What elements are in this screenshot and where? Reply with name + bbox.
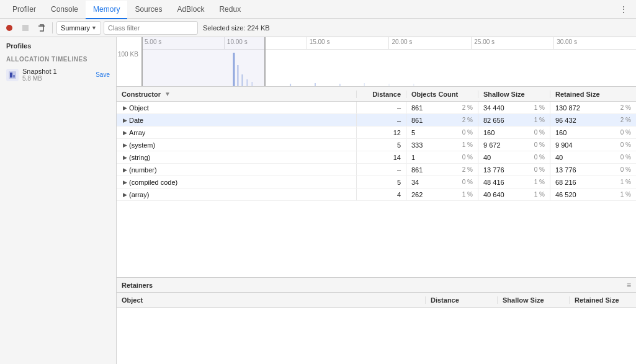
tick-6: 30.00 s bbox=[553, 37, 636, 49]
more-tabs-button[interactable]: ⋮ bbox=[616, 2, 631, 17]
table-row[interactable]: ▶ Array 12 5 0 % 160 0 % 160 0 % bbox=[117, 127, 636, 139]
cell-shallow-1: 82 656 1 % bbox=[478, 114, 550, 126]
table-row[interactable]: ▶ (string) 14 1 0 % 40 0 % 40 0 % bbox=[117, 151, 636, 164]
sidebar-section-title: ALLOCATION TIMELINES bbox=[0, 52, 116, 65]
cell-distance-5: – bbox=[357, 164, 406, 175]
cell-objects-4: 1 0 % bbox=[406, 151, 478, 163]
table-row[interactable]: ▶ (system) 5 333 1 % 9 672 0 % 9 904 0 % bbox=[117, 139, 636, 151]
class-filter-input[interactable] bbox=[104, 21, 198, 35]
tab-profiler[interactable]: Profiler bbox=[5, 1, 43, 19]
table-row[interactable]: ▶ Object – 861 2 % 34 440 1 % 130 872 2 … bbox=[117, 102, 636, 114]
expand-icon-0[interactable]: ▶ bbox=[122, 105, 128, 111]
cell-shallow-7: 40 640 1 % bbox=[478, 189, 550, 200]
cell-retained-3: 9 904 0 % bbox=[550, 139, 636, 151]
cell-distance-1: – bbox=[357, 114, 406, 126]
tab-redux[interactable]: Redux bbox=[212, 1, 248, 19]
tab-console[interactable]: Console bbox=[43, 1, 86, 19]
svg-rect-5 bbox=[13, 75, 15, 78]
col-header-objects: Objects Count bbox=[406, 91, 478, 98]
retainers-body bbox=[117, 308, 636, 364]
table-row[interactable]: ▶ Date – 861 2 % 82 656 1 % 96 432 2 % bbox=[117, 114, 636, 127]
ret-col-header-distance: Distance bbox=[426, 296, 498, 304]
cell-objects-6: 34 0 % bbox=[406, 176, 478, 188]
col-header-shallow: Shallow Size bbox=[478, 91, 550, 98]
expand-icon-6[interactable]: ▶ bbox=[122, 179, 128, 185]
retainers-menu-icon[interactable]: ≡ bbox=[627, 281, 631, 290]
cell-constructor-4: ▶ (string) bbox=[117, 151, 357, 163]
svg-rect-12 bbox=[315, 83, 316, 87]
cell-retained-2: 160 0 % bbox=[550, 127, 636, 138]
cell-shallow-2: 160 0 % bbox=[478, 127, 550, 138]
tab-memory[interactable]: Memory bbox=[86, 1, 127, 19]
sidebar-title: Profiles bbox=[0, 37, 116, 52]
ret-col-header-retained: Retained Size bbox=[570, 296, 636, 304]
top-tabs-bar: Profiler Console Memory Sources AdBlock … bbox=[0, 0, 636, 19]
svg-point-0 bbox=[6, 25, 12, 31]
table-row[interactable]: ▶ (array) 4 262 1 % 40 640 1 % 46 520 1 … bbox=[117, 189, 636, 201]
expand-icon-4[interactable]: ▶ bbox=[122, 154, 128, 161]
snapshot-item[interactable]: Snapshot 1 5.8 MB Save bbox=[0, 65, 116, 84]
cell-retained-4: 40 0 % bbox=[550, 151, 636, 163]
cell-distance-6: 5 bbox=[357, 176, 406, 188]
snapshot-save-link[interactable]: Save bbox=[96, 71, 110, 78]
timeline-selection[interactable] bbox=[141, 37, 266, 87]
svg-rect-15 bbox=[389, 84, 390, 87]
constructor-filter-icon[interactable]: ▼ bbox=[164, 91, 171, 97]
expand-icon-5[interactable]: ▶ bbox=[122, 167, 128, 173]
tab-sources[interactable]: Sources bbox=[127, 1, 169, 19]
cell-shallow-3: 9 672 0 % bbox=[478, 139, 550, 151]
svg-rect-4 bbox=[10, 73, 12, 78]
expand-icon-2[interactable]: ▶ bbox=[122, 130, 128, 136]
tick-4: 20.00 s bbox=[388, 37, 471, 49]
snapshot-icon bbox=[6, 69, 19, 81]
tab-adblock[interactable]: AdBlock bbox=[169, 1, 212, 19]
toolbar-separator bbox=[52, 22, 53, 33]
cell-objects-7: 262 1 % bbox=[406, 189, 478, 200]
record-button[interactable] bbox=[2, 21, 16, 35]
col-header-constructor: Constructor ▼ bbox=[117, 91, 357, 98]
timeline: 100 KB 5.00 s 10.00 s 15.00 s 20.00 s 25… bbox=[117, 37, 636, 87]
snapshot-size: 5.8 MB bbox=[22, 75, 92, 82]
cell-constructor-2: ▶ Array bbox=[117, 127, 357, 138]
stop-button[interactable] bbox=[19, 21, 32, 35]
expand-icon-7[interactable]: ▶ bbox=[122, 192, 128, 198]
cell-shallow-0: 34 440 1 % bbox=[478, 102, 550, 113]
cell-constructor-0: ▶ Object bbox=[117, 102, 357, 113]
tick-3: 15.00 s bbox=[307, 37, 389, 49]
table-row[interactable]: ▶ (compiled code) 5 34 0 % 48 416 1 % 68… bbox=[117, 176, 636, 189]
cell-shallow-6: 48 416 1 % bbox=[478, 176, 550, 188]
table-header: Constructor ▼ Distance Objects Count Sha… bbox=[117, 87, 636, 102]
svg-rect-11 bbox=[290, 84, 291, 87]
cell-distance-2: 12 bbox=[357, 127, 406, 138]
expand-icon-3[interactable]: ▶ bbox=[122, 142, 128, 148]
table-body: ▶ Object – 861 2 % 34 440 1 % 130 872 2 … bbox=[117, 102, 636, 277]
retainers-table-header: Object Distance Shallow Size Retained Si… bbox=[117, 293, 636, 308]
expand-icon-1[interactable]: ▶ bbox=[122, 117, 128, 123]
selected-size-label: Selected size: 224 KB bbox=[203, 24, 270, 32]
cell-retained-7: 46 520 1 % bbox=[550, 189, 636, 200]
summary-dropdown[interactable]: Summary ▼ bbox=[56, 21, 101, 35]
data-section: Constructor ▼ Distance Objects Count Sha… bbox=[117, 87, 636, 277]
svg-rect-1 bbox=[22, 25, 29, 31]
cell-constructor-3: ▶ (system) bbox=[117, 139, 357, 151]
col-header-distance: Distance bbox=[357, 91, 406, 98]
cell-objects-5: 861 2 % bbox=[406, 164, 478, 175]
cell-objects-1: 861 2 % bbox=[406, 114, 478, 126]
cell-distance-4: 14 bbox=[357, 151, 406, 163]
content-area: 100 KB 5.00 s 10.00 s 15.00 s 20.00 s 25… bbox=[117, 37, 636, 364]
cell-objects-3: 333 1 % bbox=[406, 139, 478, 151]
table-row[interactable]: ▶ (number) – 861 2 % 13 776 0 % 13 776 0… bbox=[117, 164, 636, 176]
timeline-label: 100 KB bbox=[118, 51, 138, 58]
svg-rect-16 bbox=[413, 84, 414, 87]
cell-retained-1: 96 432 2 % bbox=[550, 114, 636, 126]
cell-objects-0: 861 2 % bbox=[406, 102, 478, 113]
cell-shallow-4: 40 0 % bbox=[478, 151, 550, 163]
summary-label: Summary bbox=[61, 24, 90, 32]
main-layout: Profiles ALLOCATION TIMELINES Snapshot 1… bbox=[0, 37, 636, 364]
cell-retained-0: 130 872 2 % bbox=[550, 102, 636, 113]
cell-objects-2: 5 0 % bbox=[406, 127, 478, 138]
toolbar-left: Summary ▼ Selected size: 224 KB bbox=[2, 21, 270, 35]
clear-button[interactable] bbox=[35, 21, 48, 35]
dropdown-arrow-icon: ▼ bbox=[91, 25, 97, 31]
cell-distance-7: 4 bbox=[357, 189, 406, 200]
